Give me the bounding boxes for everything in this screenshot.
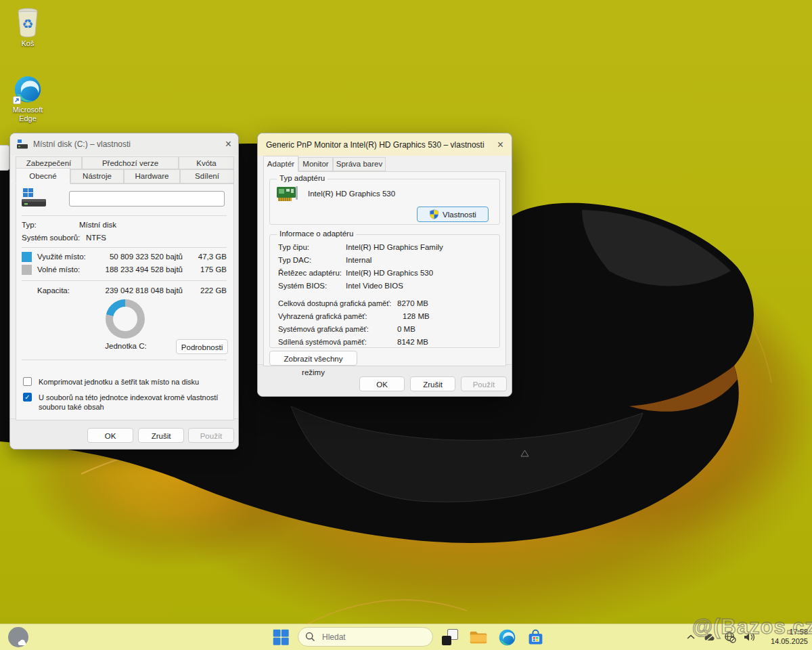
divider <box>22 215 227 216</box>
desktop-icon-recycle-bin[interactable]: ♻ Koš <box>5 7 50 48</box>
capacity-bytes: 239 042 818 048 bajtů <box>81 286 183 295</box>
disk-general-page: Typ: Místní disk Systém souborů: NTFS Vy… <box>16 183 234 420</box>
tab-predchozi-verze[interactable]: Předchozí verze <box>82 156 179 169</box>
adapter-string-value: Intel(R) HD Graphics 530 <box>346 269 433 277</box>
tab-adapter[interactable]: Adaptér <box>263 156 298 172</box>
watermark: @(Bazos.cz <box>692 615 812 639</box>
adapter-properties-button-label: Vlastnosti <box>443 208 476 221</box>
disk-usage-donut <box>106 299 145 339</box>
adapter-info-group-title: Informace o adaptéru <box>277 230 356 238</box>
start-button[interactable] <box>269 626 292 648</box>
file-explorer-button[interactable] <box>467 626 490 648</box>
uac-shield-icon <box>429 209 439 219</box>
system-memory-label: Systémová grafická paměť: <box>278 325 369 333</box>
taskbar-search[interactable] <box>298 627 433 647</box>
adapter-page: Typ adaptéru Intel(R) HD Graphics 530 <box>263 171 506 366</box>
recycle-bin-icon: ♻ <box>14 7 41 38</box>
recycle-bin-label: Koš <box>5 39 50 48</box>
type-label: Typ: <box>22 221 37 229</box>
free-space-size: 175 GB <box>186 265 227 274</box>
free-space-label: Volné místo: <box>37 265 80 274</box>
store-button[interactable] <box>524 626 547 648</box>
bios-label: Systém BIOS: <box>278 282 327 290</box>
edge-label: Microsoft Edge <box>5 106 50 123</box>
cancel-button[interactable]: Zrušit <box>410 376 455 391</box>
adapter-dialog-footer: OK Zrušit Použít <box>258 364 512 396</box>
svg-text:♻: ♻ <box>22 16 33 31</box>
search-icon <box>305 632 315 642</box>
disk-properties-dialog: Místní disk (C:) – vlastnosti × Zabezpeč… <box>9 133 239 450</box>
used-space-size: 47,3 GB <box>186 253 227 261</box>
drive-small-icon <box>17 139 28 150</box>
adapter-info-group: Informace o adaptéru Typ čipu: Intel(R) … <box>269 234 500 348</box>
task-view-button[interactable] <box>438 626 461 648</box>
bios-value: Intel Video BIOS <box>346 282 403 290</box>
adapter-dialog-titlebar[interactable]: Generic PnP Monitor a Intel(R) HD Graphi… <box>258 133 512 156</box>
dedicated-memory-value: 128 MB <box>403 312 430 320</box>
adapter-properties-dialog: Generic PnP Monitor a Intel(R) HD Graphi… <box>257 133 512 397</box>
tab-nastroje[interactable]: Nástroje <box>70 169 124 183</box>
tab-sprava-barev[interactable]: Správa barev <box>333 157 386 171</box>
adapter-dialog-title: Generic PnP Monitor a Intel(R) HD Graphi… <box>266 140 484 150</box>
disk-dialog-title: Místní disk (C:) – vlastnosti <box>33 139 212 149</box>
dac-type-label: Typ DAC: <box>278 256 311 264</box>
edge-taskbar-button[interactable] <box>495 626 518 648</box>
adapter-type-group: Typ adaptéru Intel(R) HD Graphics 530 <box>269 179 500 225</box>
free-space-swatch <box>22 265 32 275</box>
ok-button[interactable]: OK <box>87 428 133 443</box>
close-icon[interactable]: × <box>212 139 231 150</box>
desktop-icon-edge[interactable]: Microsoft Edge <box>5 74 50 123</box>
cloud-icon <box>17 639 28 646</box>
disk-dialog-footer: OK Zrušit Použít <box>10 418 238 449</box>
system-memory-value: 0 MB <box>397 325 415 333</box>
index-checkbox-label: U souborů na této jednotce indexovat kro… <box>39 393 233 412</box>
total-memory-value: 8270 MB <box>397 299 428 307</box>
background-window-edge[interactable] <box>0 145 9 171</box>
ok-button[interactable]: OK <box>359 376 405 391</box>
folder-icon <box>469 629 488 646</box>
search-input[interactable] <box>321 632 418 643</box>
windows-logo-icon <box>272 628 290 646</box>
apply-button[interactable]: Použít <box>188 428 234 443</box>
disk-dialog-titlebar[interactable]: Místní disk (C:) – vlastnosti × <box>10 133 238 155</box>
index-checkbox[interactable]: ✓ <box>23 393 32 402</box>
divider <box>22 280 227 281</box>
filesystem-value: NTFS <box>86 234 106 242</box>
task-view-front-square <box>442 636 451 645</box>
cancel-button[interactable]: Zrušit <box>138 428 184 443</box>
total-memory-label: Celková dostupná grafická paměť: <box>278 299 391 307</box>
divider <box>22 247 227 248</box>
used-space-bytes: 50 809 323 520 bajtů <box>81 253 183 261</box>
used-space-label: Využité místo: <box>37 253 86 261</box>
gpu-card-icon <box>275 185 300 204</box>
adapter-type-group-title: Typ adaptéru <box>277 174 328 182</box>
free-space-bytes: 188 233 494 528 bajtů <box>81 265 183 274</box>
tab-obecne[interactable]: Obecné <box>16 168 70 184</box>
chip-type-label: Typ čipu: <box>278 243 309 251</box>
store-icon <box>526 628 545 647</box>
tab-kvota[interactable]: Kvóta <box>179 156 234 169</box>
close-icon[interactable]: × <box>484 139 503 150</box>
volume-label-input[interactable] <box>69 191 225 207</box>
tab-monitor[interactable]: Monitor <box>298 157 333 171</box>
show-all-modes-button[interactable]: Zobrazit všechny režimy <box>269 351 357 366</box>
details-button[interactable]: Podrobnosti <box>176 339 228 354</box>
widgets-weather-button[interactable] <box>7 626 30 648</box>
tab-hardware[interactable]: Hardware <box>124 169 180 183</box>
compress-checkbox-label: Komprimovat jednotku a šetřit tak místo … <box>39 377 233 387</box>
drive-icon <box>22 188 47 209</box>
adapter-name: Intel(R) HD Graphics 530 <box>308 190 395 198</box>
desktop: ♻ Koš Mic <box>0 0 812 650</box>
chip-type-value: Intel(R) HD Graphics Family <box>346 243 443 251</box>
capacity-size: 222 GB <box>186 286 227 295</box>
adapter-string-label: Řetězec adaptéru: <box>278 269 342 277</box>
apply-button[interactable]: Použít <box>461 376 507 391</box>
edge-icon <box>498 628 516 647</box>
used-space-swatch <box>22 252 32 262</box>
compress-checkbox[interactable] <box>23 377 32 386</box>
shared-memory-value: 8142 MB <box>397 338 428 346</box>
adapter-properties-button[interactable]: Vlastnosti <box>417 207 489 222</box>
tab-sdileni[interactable]: Sdílení <box>180 169 234 183</box>
shared-memory-label: Sdílená systémová paměť: <box>278 338 367 346</box>
taskbar: 17:58 14.05.2025 <box>0 624 812 650</box>
